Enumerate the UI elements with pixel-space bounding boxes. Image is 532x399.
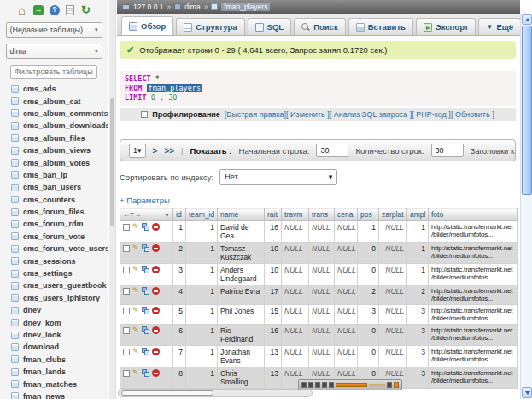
edit-icon[interactable]: ✎ xyxy=(132,244,139,252)
delete-icon[interactable] xyxy=(152,266,160,273)
sidebar-table-item[interactable]: cms_ban_users xyxy=(0,181,108,193)
sidebar-table-item[interactable]: cms_sessions xyxy=(0,255,108,267)
sidebar-table-item[interactable]: cms_counters xyxy=(0,194,108,206)
delete-icon[interactable] xyxy=(152,348,160,355)
sidebar-table-item[interactable]: cms_album_votes xyxy=(0,156,108,168)
sidebar-table-item[interactable]: cms_settings xyxy=(0,267,108,279)
sidebar-table-item[interactable]: cms_album_downloads xyxy=(0,120,108,132)
edit-icon[interactable]: ✎ xyxy=(132,287,139,295)
toolbar-button[interactable] xyxy=(315,382,320,388)
tab-export[interactable]: Экспорт xyxy=(416,18,476,35)
options-toggle-link[interactable]: + Параметры xyxy=(120,196,520,205)
row-checkbox[interactable] xyxy=(123,288,130,295)
toolbar-button[interactable] xyxy=(387,382,392,388)
header-pos[interactable]: pos xyxy=(358,208,379,221)
profiling-link[interactable]: [ Анализ SQL запроса ] xyxy=(330,110,412,119)
edit-icon[interactable]: ✎ xyxy=(132,223,139,231)
sidebar-scrollbar-thumb[interactable] xyxy=(110,98,114,226)
profiling-link[interactable]: [ Обновить ] xyxy=(451,110,494,119)
logout-icon[interactable]: → xyxy=(33,5,44,15)
sidebar-table-item[interactable]: fman_clubs xyxy=(0,354,108,366)
header-trans[interactable]: trans xyxy=(309,208,335,221)
header-rait[interactable]: rait xyxy=(265,208,282,221)
sidebar-table-item[interactable]: fman_lands xyxy=(0,366,108,378)
help-icon[interactable]: ? xyxy=(50,5,60,15)
tab-browse[interactable]: Обзор xyxy=(121,16,173,35)
row-count-input[interactable] xyxy=(431,144,464,157)
reload-icon[interactable]: ↻ xyxy=(80,4,91,15)
toolbar-button[interactable] xyxy=(329,382,334,388)
tab-search[interactable]: Поиск xyxy=(294,18,346,35)
copy-icon[interactable] xyxy=(142,307,149,314)
breadcrumb-database[interactable]: dima xyxy=(184,3,200,11)
edit-icon[interactable]: ✎ xyxy=(132,266,139,273)
edit-icon[interactable]: ✎ xyxy=(132,307,139,314)
header-travm[interactable]: travm xyxy=(282,208,309,221)
edit-icon[interactable]: ✎ xyxy=(132,326,139,334)
tab-insert[interactable]: Вставить xyxy=(348,18,413,35)
delete-icon[interactable] xyxy=(152,369,160,377)
horizontal-scrollbar[interactable] xyxy=(118,389,313,397)
delete-icon[interactable] xyxy=(152,244,160,252)
breadcrumb-server[interactable]: 127.0.0.1 xyxy=(133,3,163,11)
header-id[interactable]: id xyxy=(173,208,186,221)
sidebar-table-item[interactable]: cms_users_iphistory xyxy=(0,292,108,304)
profiling-checkbox[interactable] xyxy=(141,111,148,118)
sidebar-table-item[interactable]: cms_ads xyxy=(0,83,108,95)
row-checkbox[interactable] xyxy=(123,327,130,334)
delete-icon[interactable] xyxy=(152,307,160,314)
header-team-id[interactable]: team_id xyxy=(186,208,218,221)
row-checkbox[interactable] xyxy=(123,224,130,231)
delete-icon[interactable] xyxy=(152,287,160,295)
copy-icon[interactable] xyxy=(142,266,149,273)
tab-more[interactable]: ▼ Ещё xyxy=(478,18,520,35)
sidebar-table-item[interactable]: cms_album_comments xyxy=(0,108,108,120)
copy-icon[interactable] xyxy=(142,223,149,231)
toolbar-button[interactable] xyxy=(301,382,307,388)
sidebar-table-item[interactable]: dnev_kom xyxy=(0,316,108,328)
options-dropdown-icon[interactable]: ▼ xyxy=(164,212,170,218)
vertical-scrollbar[interactable] xyxy=(520,0,532,399)
tab-structure[interactable]: Структура xyxy=(176,18,244,35)
sidebar-table-item[interactable]: cms_album_views xyxy=(0,144,108,156)
delete-icon[interactable] xyxy=(152,223,160,231)
sidebar-table-item[interactable]: fman_news xyxy=(0,390,108,399)
header-cena[interactable]: cena xyxy=(335,208,358,221)
home-icon[interactable]: ⌂ xyxy=(16,4,27,15)
last-page-button[interactable]: >> xyxy=(164,146,174,155)
scroll-up-button[interactable] xyxy=(522,14,532,25)
header-name[interactable]: name xyxy=(218,208,265,221)
page-select[interactable]: 1 ▾ xyxy=(129,144,146,158)
profiling-link[interactable]: [Быстрая правка] xyxy=(225,110,286,119)
profiling-link[interactable]: [ PHP-код ] xyxy=(412,110,451,119)
tab-sql[interactable]: SQL xyxy=(248,18,292,35)
next-page-button[interactable]: > xyxy=(153,146,158,155)
header-zarplat[interactable]: zarplat xyxy=(379,208,407,221)
edit-icon[interactable]: ✎ xyxy=(132,369,139,377)
sidebar-table-item[interactable]: cms_users_guestbook xyxy=(0,279,108,291)
filter-tables-input[interactable] xyxy=(10,65,97,79)
sidebar-table-item[interactable]: cms_forum_rdm xyxy=(0,218,108,230)
sidebar-table-item[interactable]: download xyxy=(0,341,108,353)
sidebar-table-item[interactable]: fman_matches xyxy=(0,378,108,390)
vertical-scrollbar-thumb[interactable] xyxy=(522,26,532,195)
copy-icon[interactable] xyxy=(142,326,149,334)
edit-icon[interactable]: ✎ xyxy=(132,348,139,355)
toolbar-button[interactable] xyxy=(394,382,399,388)
sort-index-select[interactable]: Нет ▾ xyxy=(219,169,337,185)
scroll-down-button[interactable] xyxy=(522,387,532,398)
row-checkbox[interactable] xyxy=(123,370,130,377)
sidebar-table-item[interactable]: dnev_look xyxy=(0,329,108,341)
copy-icon[interactable] xyxy=(142,369,149,377)
toolbar-button[interactable] xyxy=(308,382,313,388)
progress-slider[interactable] xyxy=(336,383,367,387)
copy-icon[interactable] xyxy=(142,244,149,252)
sidebar-table-item[interactable]: cms_forum_files xyxy=(0,206,108,218)
sidebar-table-item[interactable]: cms_album_cat xyxy=(0,95,108,107)
sidebar-scrollbar[interactable] xyxy=(109,0,116,399)
toolbar-button[interactable] xyxy=(322,382,327,388)
start-row-input[interactable] xyxy=(316,144,348,157)
profiling-link[interactable]: [ Изменить ] xyxy=(286,110,330,119)
copy-icon[interactable] xyxy=(142,348,149,355)
row-checkbox[interactable] xyxy=(123,245,130,252)
